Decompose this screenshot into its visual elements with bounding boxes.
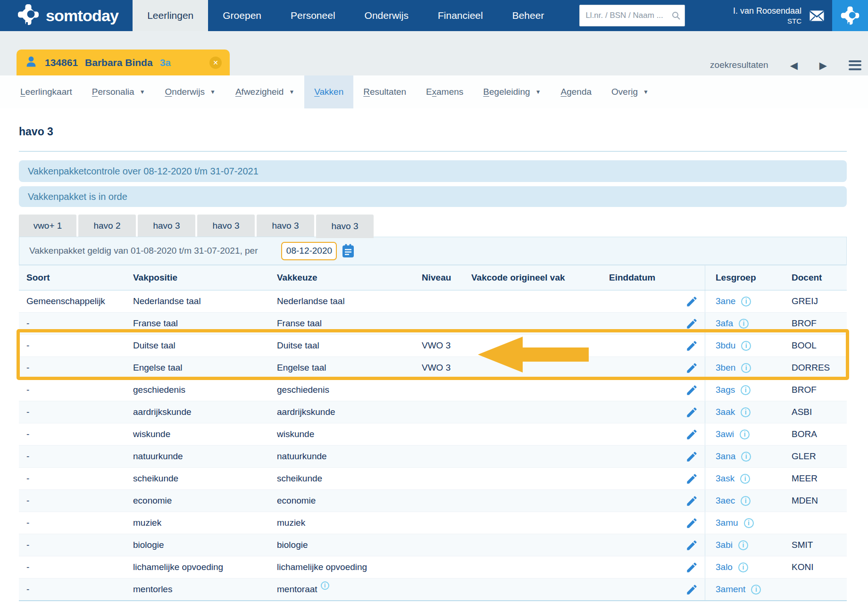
info-icon[interactable]: i [741, 341, 751, 351]
nav-item-groepen[interactable]: Groepen [208, 0, 276, 31]
period-button[interactable]: havo 3 [138, 215, 195, 237]
info-icon[interactable]: i [741, 496, 751, 506]
tab-leerlingkaart[interactable]: Leerlingkaart [10, 75, 82, 108]
edit-pencil-icon[interactable] [685, 428, 698, 441]
chevron-down-icon: ▼ [535, 89, 541, 95]
lesgroep-link[interactable]: 3bdu [716, 340, 735, 351]
validity-label: Vakkenpakket geldig van 01-08-2020 t/m 3… [29, 246, 258, 256]
cell-vakcode [466, 379, 603, 401]
tab-onderwijs[interactable]: Onderwijs▼ [155, 75, 225, 108]
edit-pencil-icon[interactable] [685, 517, 698, 529]
nav-item-onderwijs[interactable]: Onderwijs [350, 0, 423, 31]
tab-personalia[interactable]: Personalia▼ [82, 75, 155, 108]
lesgroep-link[interactable]: 3amu [716, 518, 738, 528]
edit-pencil-icon[interactable] [685, 539, 698, 552]
lesgroep-link[interactable]: 3afa [716, 318, 733, 329]
edit-pencil-icon[interactable] [685, 450, 698, 463]
cell-soort: Gemeenschappelijk [19, 290, 127, 312]
mail-icon[interactable] [809, 10, 825, 22]
cell-docent: DORRES [780, 357, 844, 379]
tab-overig[interactable]: Overig▼ [601, 75, 659, 108]
cell-soort: - [19, 512, 127, 534]
nav-item-leerlingen[interactable]: Leerlingen [133, 0, 208, 31]
tab-begeleiding[interactable]: Begeleiding▼ [473, 75, 551, 108]
search-input[interactable] [579, 5, 685, 26]
banner-vakkenpakketcontrole: Vakkenpakketcontrole over 08-12-2020 t/m… [19, 160, 847, 182]
period-button[interactable]: havo 2 [78, 215, 136, 237]
info-icon[interactable]: i [741, 452, 751, 462]
table-row: - muziek muziek 3amu i [19, 512, 847, 534]
info-icon[interactable]: i [738, 562, 748, 572]
nav-right: I. van Roosendaal STC [733, 0, 868, 31]
lesgroep-link[interactable]: 3ane [716, 296, 735, 306]
tab-afwezigheid[interactable]: Afwezigheid▼ [225, 75, 304, 108]
table-body: Gemeenschappelijk Nederlandse taal Neder… [19, 290, 847, 601]
info-icon[interactable]: i [744, 518, 754, 528]
lesgroep-link[interactable]: 3alo [716, 562, 733, 572]
info-icon[interactable]: i [740, 474, 750, 484]
date-input[interactable] [281, 242, 337, 260]
table-row: - scheikunde scheikunde 3ask i MEER [19, 468, 847, 490]
cell-lesgroep: 3ana i [705, 446, 780, 467]
cell-vakkeuze: Nederlandse taal [271, 290, 416, 312]
lesgroep-link[interactable]: 3ament [716, 584, 745, 595]
info-icon[interactable]: i [739, 319, 749, 329]
table-row: - wiskunde wiskunde 3awi i BORA [19, 423, 847, 446]
edit-pencil-icon[interactable] [685, 384, 698, 397]
period-button[interactable]: vwo+ 1 [19, 215, 76, 237]
cell-einddatum [603, 423, 705, 445]
lesgroep-link[interactable]: 3ask [716, 473, 734, 484]
nav-item-personeel[interactable]: Personeel [276, 0, 350, 31]
lesgroep-link[interactable]: 3aec [716, 496, 735, 506]
nav-item-beheer[interactable]: Beheer [498, 0, 559, 31]
nav-item-financieel[interactable]: Financieel [423, 0, 498, 31]
info-icon[interactable]: i [741, 385, 751, 395]
close-icon[interactable]: ✕ [209, 57, 222, 69]
cell-vakpositie: Nederlandse taal [127, 290, 271, 312]
lesgroep-link[interactable]: 3awi [716, 429, 734, 439]
info-icon[interactable]: i [751, 585, 761, 595]
period-button[interactable]: havo 3 [197, 215, 255, 237]
cell-niveau [416, 512, 466, 534]
tab-resultaten[interactable]: Resultaten [353, 75, 416, 108]
menu-icon[interactable] [849, 60, 861, 70]
edit-pencil-icon[interactable] [685, 406, 698, 419]
info-icon[interactable]: i [740, 430, 750, 439]
tab-examens[interactable]: Examens [416, 75, 473, 108]
cell-vakkeuze: economie [271, 490, 416, 512]
lesgroep-link[interactable]: 3aak [716, 407, 735, 417]
app-switcher-gear-icon[interactable] [832, 0, 868, 31]
lesgroep-link[interactable]: 3ana [716, 451, 735, 462]
tab-vakken[interactable]: Vakken [304, 75, 353, 108]
brand[interactable]: somtoday [0, 0, 133, 31]
info-icon[interactable]: i [741, 407, 751, 417]
edit-pencil-icon[interactable] [685, 472, 698, 485]
cell-einddatum [603, 335, 705, 356]
next-result-icon[interactable]: ▶ [819, 60, 827, 70]
info-icon[interactable]: i [321, 581, 329, 590]
edit-pencil-icon[interactable] [685, 295, 698, 308]
tab-agenda[interactable]: Agenda [551, 75, 602, 108]
edit-pencil-icon[interactable] [685, 583, 698, 596]
cell-docent: BOOL [780, 335, 844, 356]
lesgroep-link[interactable]: 3ben [716, 363, 735, 373]
info-icon[interactable]: i [738, 540, 748, 550]
period-button[interactable]: havo 3 [257, 215, 314, 237]
edit-pencil-icon[interactable] [685, 561, 698, 574]
info-icon[interactable]: i [741, 363, 751, 373]
cell-vakcode [466, 512, 603, 534]
edit-pencil-icon[interactable] [685, 495, 698, 507]
edit-pencil-icon[interactable] [685, 362, 698, 374]
edit-pencil-icon[interactable] [685, 339, 698, 352]
table-row: - Franse taal Franse taal 3afa i BROF [19, 313, 847, 335]
calendar-icon[interactable] [342, 244, 354, 258]
edit-pencil-icon[interactable] [685, 317, 698, 330]
period-button[interactable]: havo 3 [316, 215, 374, 238]
lesgroep-link[interactable]: 3ags [716, 385, 735, 395]
cell-vakcode [466, 534, 603, 556]
student-tab[interactable]: 134861 Barbara Binda 3a ✕ [17, 50, 230, 75]
lesgroep-link[interactable]: 3abi [716, 540, 733, 550]
previous-result-icon[interactable]: ◀ [790, 60, 798, 70]
cell-soort: - [19, 335, 127, 356]
info-icon[interactable]: i [741, 297, 751, 306]
